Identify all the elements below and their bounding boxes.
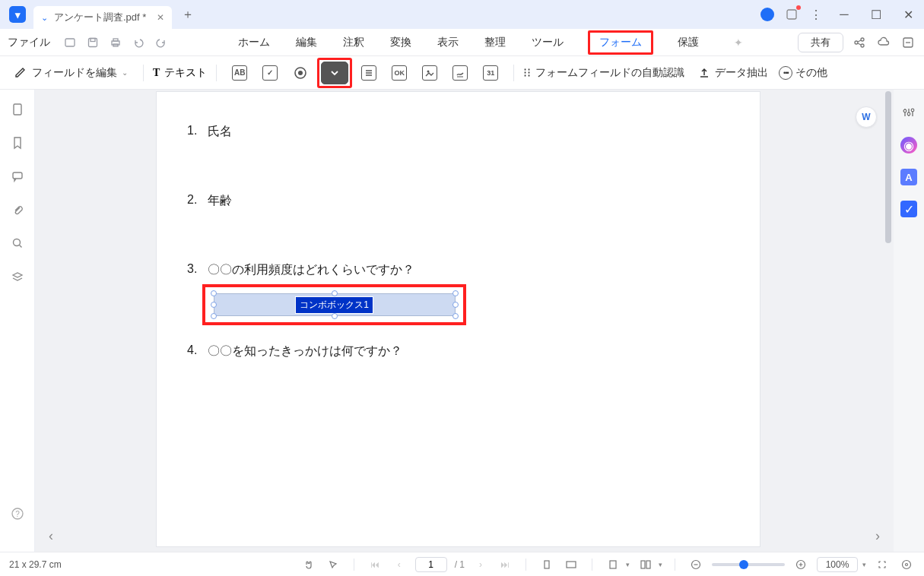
minimize-button[interactable]: ─ bbox=[833, 3, 856, 26]
resize-handle[interactable] bbox=[332, 290, 338, 296]
svg-rect-1 bbox=[65, 39, 75, 46]
add-tab-button[interactable]: ＋ bbox=[178, 5, 198, 24]
menu-home[interactable]: ホーム bbox=[237, 33, 271, 52]
status-bar: 21 x 29.7 cm ⏮ ‹ / 1 › ⏭ ▾ ▾ 100% ▾ bbox=[0, 552, 924, 576]
resize-handle[interactable] bbox=[211, 313, 217, 319]
data-extract-button[interactable]: データ抽出 bbox=[698, 66, 768, 80]
maximize-button[interactable]: ☐ bbox=[865, 3, 887, 26]
menu-view[interactable]: 表示 bbox=[436, 33, 460, 52]
nav-prev-icon[interactable]: ‹ bbox=[40, 524, 62, 547]
menu-convert[interactable]: 変換 bbox=[389, 33, 413, 52]
kebab-menu-icon[interactable]: ⋮ bbox=[808, 7, 824, 22]
scrollbar-thumb[interactable] bbox=[885, 91, 891, 243]
question-1: 1. 氏名 bbox=[187, 124, 729, 140]
ai-assistant-icon[interactable]: ◉ bbox=[900, 137, 917, 153]
pencil-icon bbox=[14, 66, 27, 80]
resize-handle[interactable] bbox=[452, 290, 459, 296]
menu-form[interactable]: フォーム bbox=[598, 33, 643, 51]
next-page-icon[interactable]: › bbox=[472, 556, 489, 573]
close-tab-icon[interactable]: ✕ bbox=[157, 12, 164, 23]
document-canvas[interactable]: 1. 氏名 2. 年齢 3. 〇〇の利用頻度はどれくらいですか？ コンボボックス… bbox=[35, 90, 894, 552]
resize-handle[interactable] bbox=[452, 313, 459, 319]
lightbulb-icon[interactable]: ✦ bbox=[734, 36, 743, 49]
button-ok-tool[interactable]: OK bbox=[386, 62, 413, 84]
date-tool[interactable]: 31 bbox=[477, 62, 504, 84]
open-icon[interactable] bbox=[59, 33, 81, 52]
menu-tools[interactable]: ツール bbox=[530, 33, 565, 52]
cloud-icon[interactable] bbox=[875, 34, 892, 51]
zoom-slider[interactable] bbox=[712, 563, 785, 566]
menu-protect[interactable]: 保護 bbox=[676, 33, 700, 52]
chevron-down-icon[interactable]: ▾ bbox=[626, 561, 630, 568]
first-page-icon[interactable]: ⏮ bbox=[367, 556, 383, 573]
help-icon[interactable]: ? bbox=[10, 506, 25, 521]
properties-icon[interactable] bbox=[900, 103, 918, 122]
svg-rect-0 bbox=[787, 10, 796, 19]
menu-form-highlight: フォーム bbox=[588, 30, 653, 55]
share-button[interactable]: 共有 bbox=[798, 33, 843, 52]
toolbar-more-button[interactable]: ••• その他 bbox=[779, 66, 827, 80]
menu-annotate[interactable]: 注釈 bbox=[341, 33, 366, 52]
nav-next-icon[interactable]: › bbox=[866, 524, 889, 547]
print-icon[interactable] bbox=[105, 33, 126, 52]
page-number-input[interactable] bbox=[415, 557, 447, 572]
zoom-value[interactable]: 100% bbox=[817, 557, 858, 572]
auto-detect-button[interactable]: ⁝⁝ フォームフィールドの自動認識 bbox=[523, 65, 684, 80]
resize-handle[interactable] bbox=[452, 302, 459, 308]
resize-handle[interactable] bbox=[211, 302, 217, 308]
close-window-button[interactable]: ✕ bbox=[897, 3, 919, 26]
fullscreen-icon[interactable] bbox=[874, 556, 891, 573]
combobox-label: コンボボックス1 bbox=[295, 296, 373, 314]
layers-icon[interactable] bbox=[10, 269, 25, 284]
radio-tool[interactable] bbox=[287, 62, 314, 84]
combobox-field[interactable]: コンボボックス1 bbox=[214, 293, 456, 316]
compress-icon[interactable] bbox=[900, 34, 916, 51]
single-page-view-icon[interactable] bbox=[538, 556, 555, 573]
signature-tool[interactable] bbox=[446, 62, 474, 84]
textfield-ab-tool[interactable]: AB bbox=[226, 62, 253, 84]
listbox-tool[interactable] bbox=[355, 62, 383, 84]
right-sidebar: ◉ A ✓ bbox=[894, 90, 924, 552]
chevron-down-icon[interactable]: ▾ bbox=[862, 561, 866, 568]
svg-point-19 bbox=[903, 109, 907, 112]
app-ball-icon[interactable] bbox=[760, 7, 775, 22]
comments-icon[interactable] bbox=[10, 169, 25, 184]
prev-page-icon[interactable]: ‹ bbox=[391, 556, 408, 573]
search-icon[interactable] bbox=[10, 236, 25, 251]
scan-icon: ⁝⁝ bbox=[523, 65, 531, 80]
zoom-in-icon[interactable] bbox=[792, 556, 809, 573]
save-icon[interactable] bbox=[82, 33, 103, 52]
resize-handle[interactable] bbox=[211, 290, 217, 296]
edit-fields-button[interactable]: フィールドを編集 ⌄ bbox=[8, 63, 134, 83]
settings-circle-icon[interactable] bbox=[898, 556, 915, 573]
page-layout-icon[interactable] bbox=[637, 556, 654, 573]
reading-mode-icon[interactable] bbox=[563, 556, 579, 573]
checkbox-tool[interactable]: ✓ bbox=[256, 62, 284, 84]
notifications-icon[interactable] bbox=[784, 7, 799, 22]
zoom-out-icon[interactable] bbox=[687, 556, 704, 573]
document-tab[interactable]: ⌄ アンケート調査.pdf * ✕ bbox=[33, 6, 172, 29]
fit-width-icon[interactable] bbox=[605, 556, 621, 573]
file-menu[interactable]: ファイル bbox=[8, 36, 50, 49]
redo-icon[interactable] bbox=[151, 33, 172, 52]
undo-icon[interactable] bbox=[128, 33, 149, 52]
last-page-icon[interactable]: ⏭ bbox=[497, 556, 513, 573]
bookmarks-icon[interactable] bbox=[10, 135, 25, 150]
menu-organize[interactable]: 整理 bbox=[483, 33, 507, 52]
attachments-icon[interactable] bbox=[10, 202, 25, 217]
tasks-icon[interactable]: ✓ bbox=[900, 201, 917, 217]
image-tool[interactable] bbox=[416, 62, 443, 84]
hand-tool-icon[interactable] bbox=[300, 556, 317, 573]
resize-handle[interactable] bbox=[332, 313, 338, 319]
select-tool-icon[interactable] bbox=[325, 556, 341, 573]
text-field-tool[interactable]: T テキスト bbox=[153, 66, 207, 80]
chevron-down-icon[interactable]: ▾ bbox=[659, 561, 662, 568]
translate-icon[interactable]: A bbox=[900, 169, 917, 185]
menu-edit[interactable]: 編集 bbox=[294, 33, 319, 52]
thumbnails-icon[interactable] bbox=[10, 102, 25, 117]
zoom-slider-thumb[interactable] bbox=[739, 560, 748, 569]
convert-to-word-icon[interactable]: W bbox=[856, 106, 877, 128]
vertical-scrollbar[interactable] bbox=[883, 90, 894, 552]
dropdown-tool[interactable] bbox=[321, 62, 348, 84]
link-share-icon[interactable] bbox=[851, 34, 868, 51]
